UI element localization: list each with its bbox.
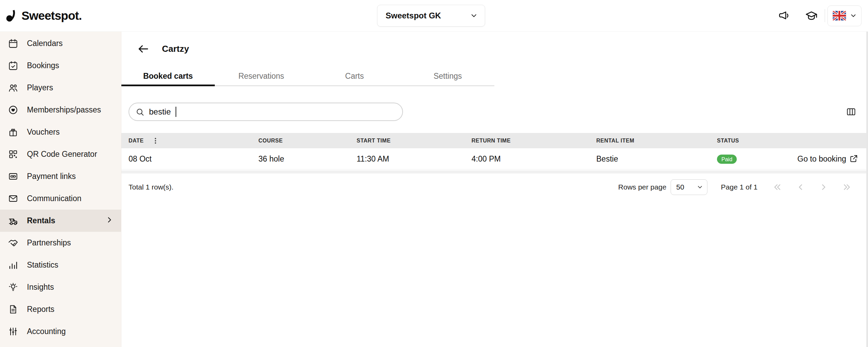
table-bottom-strip: [121, 170, 868, 174]
date-column-menu-button[interactable]: [151, 137, 160, 145]
language-selector[interactable]: [827, 5, 862, 26]
next-page-button[interactable]: [819, 182, 828, 192]
sidebar-item-label: Calendars: [27, 39, 63, 48]
handshake-icon: [8, 238, 18, 248]
announcements-button[interactable]: [778, 9, 791, 22]
sidebar-item-label: Communication: [27, 194, 81, 203]
graduation-cap-icon: [805, 9, 818, 22]
topbar-divider: [825, 9, 825, 22]
sidebar-item-reports[interactable]: Reports: [0, 298, 121, 320]
page-header: Cartzy: [121, 32, 868, 66]
sidebar: Calendars Bookings Players Member: [0, 32, 121, 347]
tab-settings[interactable]: Settings: [401, 66, 495, 86]
column-header-date: DATE: [129, 138, 144, 144]
report-icon: [8, 304, 18, 315]
rows-per-page-select[interactable]: 50: [671, 179, 707, 195]
sliders-icon: [8, 326, 18, 337]
sidebar-item-label: QR Code Generator: [27, 150, 97, 159]
sidebar-item-memberships[interactable]: Memberships/passes: [0, 99, 121, 121]
first-page-button[interactable]: [773, 182, 782, 192]
vertical-scrollbar[interactable]: [866, 32, 868, 347]
sidebar-item-label: Memberships/passes: [27, 105, 101, 115]
sidebar-item-calendars[interactable]: Calendars: [0, 32, 121, 55]
column-header-return-time: RETURN TIME: [472, 138, 511, 144]
booked-carts-table: DATE COURSE START TIME RETURN TIME RENTA…: [121, 133, 868, 174]
rows-per-page-value: 50: [676, 183, 684, 191]
table-footer: Total 1 row(s). Rows per page 50 Page 1 …: [121, 177, 868, 197]
sidebar-item-statistics[interactable]: Statistics: [0, 254, 121, 276]
row-count-text: Total 1 row(s).: [129, 183, 174, 191]
sweetspot-logo-icon: [4, 9, 19, 23]
players-icon: [8, 82, 18, 93]
tab-reservations[interactable]: Reservations: [215, 66, 308, 86]
main-content: Cartzy Booked carts Reservations Carts S…: [121, 32, 868, 347]
sweetspot-logo: Sweetspot.: [4, 9, 82, 23]
top-bar: Sweetspot. Sweetspot GK: [0, 0, 868, 32]
status-badge-paid: Paid: [717, 154, 737, 164]
sidebar-item-bookings[interactable]: Bookings: [0, 55, 121, 77]
club-selector-dropdown[interactable]: Sweetspot GK: [377, 5, 485, 27]
sidebar-item-label: Rentals: [27, 216, 55, 225]
last-page-button[interactable]: [842, 182, 852, 192]
sidebar-item-partnerships[interactable]: Partnerships: [0, 232, 121, 254]
sidebar-item-vouchers[interactable]: Vouchers: [0, 121, 121, 143]
envelope-icon: [8, 193, 18, 204]
sidebar-item-label: Bookings: [27, 61, 59, 70]
membership-icon: [8, 105, 18, 115]
sidebar-item-players[interactable]: Players: [0, 77, 121, 99]
chevron-down-icon: [697, 184, 703, 191]
sidebar-item-payment-links[interactable]: Payment links: [0, 165, 121, 187]
club-selector-label: Sweetspot GK: [386, 11, 441, 20]
calendar-icon: [8, 38, 18, 49]
tab-booked-carts[interactable]: Booked carts: [121, 66, 215, 86]
gift-icon: [8, 127, 18, 137]
previous-page-button[interactable]: [796, 182, 805, 192]
search-icon: [135, 107, 145, 117]
chevron-right-icon: [819, 182, 828, 192]
kebab-menu-icon: [151, 137, 160, 145]
academy-button[interactable]: [805, 9, 818, 22]
sidebar-item-insights[interactable]: Insights: [0, 276, 121, 298]
sidebar-item-label: Payment links: [27, 172, 76, 181]
table-toolbar: bestie: [121, 103, 868, 121]
golf-cart-icon: [8, 215, 18, 226]
sidebar-item-label: Accounting: [27, 327, 66, 336]
go-to-booking-link[interactable]: Go to booking: [797, 154, 858, 163]
sidebar-item-label: Vouchers: [27, 127, 60, 137]
app-root: Sweetspot. Sweetspot GK: [0, 0, 868, 347]
search-input[interactable]: bestie: [129, 103, 403, 121]
uk-flag-icon: [833, 11, 846, 20]
cell-start-time: 11:30 AM: [357, 154, 389, 163]
chevron-down-icon: [470, 12, 478, 20]
column-settings-button[interactable]: [846, 107, 856, 117]
payment-link-icon: [8, 171, 18, 182]
sidebar-item-label: Players: [27, 83, 53, 92]
megaphone-icon: [778, 9, 791, 22]
sidebar-item-qr-code-generator[interactable]: QR Code Generator: [0, 143, 121, 165]
logo-text: Sweetspot.: [21, 9, 82, 22]
tab-carts[interactable]: Carts: [308, 66, 401, 86]
cell-course: 36 hole: [258, 154, 284, 163]
chevron-right-icon: [105, 216, 114, 226]
sidebar-item-accounting[interactable]: Accounting: [0, 320, 121, 343]
go-to-booking-label: Go to booking: [797, 154, 846, 163]
cell-rental-item: Bestie: [596, 154, 618, 163]
sidebar-item-label: Partnerships: [27, 238, 71, 247]
rows-per-page-label: Rows per page: [618, 183, 666, 191]
app-shell: Calendars Bookings Players Member: [0, 32, 868, 347]
column-header-course: COURSE: [258, 138, 283, 144]
table-row: 08 Oct 36 hole 11:30 AM 4:00 PM Bestie P…: [121, 148, 868, 169]
sidebar-item-rentals[interactable]: Rentals: [0, 210, 121, 232]
back-button[interactable]: [137, 43, 150, 55]
column-header-rental-item: RENTAL ITEM: [596, 138, 634, 144]
chevron-down-icon: [850, 12, 857, 19]
double-chevron-left-icon: [773, 182, 782, 192]
external-link-icon: [849, 154, 858, 163]
table-columns-icon: [846, 107, 856, 117]
lightbulb-icon: [8, 282, 18, 292]
pagination-controls: Rows per page 50 Page 1 of 1: [618, 179, 852, 195]
sidebar-item-label: Reports: [27, 305, 55, 314]
text-cursor: [176, 107, 176, 117]
sidebar-item-communication[interactable]: Communication: [0, 187, 121, 210]
cell-return-time: 4:00 PM: [472, 154, 501, 163]
